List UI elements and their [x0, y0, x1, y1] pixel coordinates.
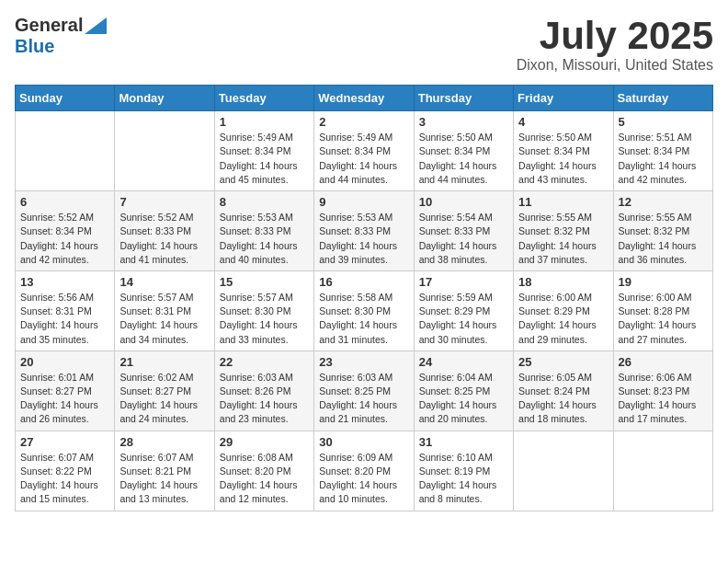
calendar-cell [115, 111, 214, 191]
day-number: 13 [20, 275, 109, 289]
calendar-cell [514, 431, 613, 511]
sunset-text: Sunset: 8:19 PM [419, 465, 508, 478]
day-number: 24 [419, 355, 508, 369]
sunset-text: Sunset: 8:21 PM [119, 465, 209, 478]
calendar-cell: 25Sunrise: 6:05 AMSunset: 8:24 PMDayligh… [514, 350, 613, 431]
day-number: 30 [319, 435, 408, 449]
calendar-week-row: 20Sunrise: 6:01 AMSunset: 8:27 PMDayligh… [16, 350, 713, 431]
daylight-text: Daylight: 14 hours and 39 minutes. [319, 239, 408, 267]
calendar-cell: 26Sunrise: 6:06 AMSunset: 8:23 PMDayligh… [613, 350, 712, 431]
day-number: 3 [419, 115, 508, 129]
calendar-cell: 29Sunrise: 6:08 AMSunset: 8:20 PMDayligh… [214, 431, 313, 511]
daylight-text: Daylight: 14 hours and 44 minutes. [419, 159, 508, 187]
page-header: General Blue July 2025 Dixon, Missouri, … [15, 15, 713, 74]
calendar-cell: 20Sunrise: 6:01 AMSunset: 8:27 PMDayligh… [16, 350, 115, 431]
sunset-text: Sunset: 8:29 PM [419, 304, 508, 318]
day-number: 5 [619, 115, 708, 129]
sunset-text: Sunset: 8:23 PM [619, 385, 708, 398]
calendar-cell: 24Sunrise: 6:04 AMSunset: 8:25 PMDayligh… [414, 350, 513, 431]
weekday-header-friday: Friday [514, 86, 613, 111]
calendar-cell: 13Sunrise: 5:56 AMSunset: 8:31 PMDayligh… [16, 270, 115, 350]
calendar-cell: 28Sunrise: 6:07 AMSunset: 8:21 PMDayligh… [115, 431, 214, 511]
sunrise-text: Sunrise: 6:06 AM [619, 371, 708, 385]
sunrise-text: Sunrise: 5:58 AM [319, 291, 408, 304]
day-number: 25 [518, 355, 608, 369]
day-number: 1 [220, 115, 309, 129]
sunset-text: Sunset: 8:32 PM [619, 224, 708, 238]
sunset-text: Sunset: 8:26 PM [220, 385, 309, 398]
cell-content: Sunrise: 6:02 AMSunset: 8:27 PMDaylight:… [119, 371, 209, 427]
sunset-text: Sunset: 8:33 PM [419, 224, 508, 238]
daylight-text: Daylight: 14 hours and 27 minutes. [619, 318, 708, 346]
sunset-text: Sunset: 8:31 PM [119, 304, 209, 318]
sunset-text: Sunset: 8:31 PM [20, 304, 109, 318]
daylight-text: Daylight: 14 hours and 42 minutes. [619, 159, 708, 187]
daylight-text: Daylight: 14 hours and 20 minutes. [419, 398, 508, 426]
cell-content: Sunrise: 5:53 AMSunset: 8:33 PMDaylight:… [319, 211, 408, 267]
cell-content: Sunrise: 6:09 AMSunset: 8:20 PMDaylight:… [319, 451, 408, 507]
calendar-cell [16, 111, 115, 191]
calendar-cell: 14Sunrise: 5:57 AMSunset: 8:31 PMDayligh… [115, 270, 214, 350]
sunrise-text: Sunrise: 6:07 AM [20, 451, 109, 465]
calendar-cell: 16Sunrise: 5:58 AMSunset: 8:30 PMDayligh… [314, 270, 414, 350]
calendar-week-row: 6Sunrise: 5:52 AMSunset: 8:34 PMDaylight… [16, 191, 713, 271]
daylight-text: Daylight: 14 hours and 29 minutes. [518, 318, 608, 346]
day-number: 17 [419, 275, 508, 289]
sunrise-text: Sunrise: 6:07 AM [119, 451, 209, 465]
sunset-text: Sunset: 8:34 PM [20, 224, 109, 238]
sunset-text: Sunset: 8:22 PM [20, 465, 109, 478]
cell-content: Sunrise: 5:59 AMSunset: 8:29 PMDaylight:… [419, 291, 508, 347]
sunrise-text: Sunrise: 6:02 AM [119, 371, 209, 385]
calendar-cell: 10Sunrise: 5:54 AMSunset: 8:33 PMDayligh… [414, 191, 513, 271]
sunset-text: Sunset: 8:34 PM [518, 144, 608, 158]
sunrise-text: Sunrise: 6:03 AM [220, 371, 309, 385]
weekday-header-wednesday: Wednesday [314, 86, 414, 111]
sunrise-text: Sunrise: 5:54 AM [419, 211, 508, 224]
cell-content: Sunrise: 6:04 AMSunset: 8:25 PMDaylight:… [419, 371, 508, 427]
cell-content: Sunrise: 6:00 AMSunset: 8:29 PMDaylight:… [518, 291, 608, 347]
day-number: 20 [20, 355, 109, 369]
logo-general-text: General [15, 15, 83, 36]
sunset-text: Sunset: 8:33 PM [319, 224, 408, 238]
cell-content: Sunrise: 5:50 AMSunset: 8:34 PMDaylight:… [419, 131, 508, 187]
sunrise-text: Sunrise: 6:10 AM [419, 451, 508, 465]
sunrise-text: Sunrise: 5:52 AM [20, 211, 109, 224]
daylight-text: Daylight: 14 hours and 13 minutes. [119, 478, 209, 506]
daylight-text: Daylight: 14 hours and 10 minutes. [319, 478, 408, 506]
sunrise-text: Sunrise: 6:01 AM [20, 371, 109, 385]
calendar-cell: 3Sunrise: 5:50 AMSunset: 8:34 PMDaylight… [414, 111, 513, 191]
daylight-text: Daylight: 14 hours and 31 minutes. [319, 318, 408, 346]
cell-content: Sunrise: 5:49 AMSunset: 8:34 PMDaylight:… [220, 131, 309, 187]
day-number: 14 [119, 275, 209, 289]
sunset-text: Sunset: 8:34 PM [419, 144, 508, 158]
daylight-text: Daylight: 14 hours and 26 minutes. [20, 398, 109, 426]
calendar-cell: 4Sunrise: 5:50 AMSunset: 8:34 PMDaylight… [514, 111, 613, 191]
daylight-text: Daylight: 14 hours and 44 minutes. [319, 159, 408, 187]
svg-marker-0 [85, 17, 107, 34]
day-number: 16 [319, 275, 408, 289]
sunrise-text: Sunrise: 6:00 AM [518, 291, 608, 304]
calendar-table: SundayMondayTuesdayWednesdayThursdayFrid… [15, 85, 713, 511]
cell-content: Sunrise: 5:52 AMSunset: 8:33 PMDaylight:… [119, 211, 209, 267]
daylight-text: Daylight: 14 hours and 43 minutes. [518, 159, 608, 187]
cell-content: Sunrise: 5:55 AMSunset: 8:32 PMDaylight:… [518, 211, 608, 267]
sunrise-text: Sunrise: 6:09 AM [319, 451, 408, 465]
day-number: 11 [518, 195, 608, 209]
sunset-text: Sunset: 8:20 PM [319, 465, 408, 478]
cell-content: Sunrise: 5:57 AMSunset: 8:30 PMDaylight:… [220, 291, 309, 347]
cell-content: Sunrise: 6:10 AMSunset: 8:19 PMDaylight:… [419, 451, 508, 507]
sunrise-text: Sunrise: 6:04 AM [419, 371, 508, 385]
sunset-text: Sunset: 8:32 PM [518, 224, 608, 238]
weekday-header-sunday: Sunday [16, 86, 115, 111]
day-number: 23 [319, 355, 408, 369]
calendar-week-row: 1Sunrise: 5:49 AMSunset: 8:34 PMDaylight… [16, 111, 713, 191]
sunrise-text: Sunrise: 6:03 AM [319, 371, 408, 385]
sunset-text: Sunset: 8:33 PM [220, 224, 309, 238]
logo-icon [85, 17, 107, 34]
daylight-text: Daylight: 14 hours and 15 minutes. [20, 478, 109, 506]
sunset-text: Sunset: 8:27 PM [20, 385, 109, 398]
calendar-cell: 19Sunrise: 6:00 AMSunset: 8:28 PMDayligh… [613, 270, 712, 350]
cell-content: Sunrise: 5:50 AMSunset: 8:34 PMDaylight:… [518, 131, 608, 187]
daylight-text: Daylight: 14 hours and 12 minutes. [220, 478, 309, 506]
sunset-text: Sunset: 8:30 PM [319, 304, 408, 318]
